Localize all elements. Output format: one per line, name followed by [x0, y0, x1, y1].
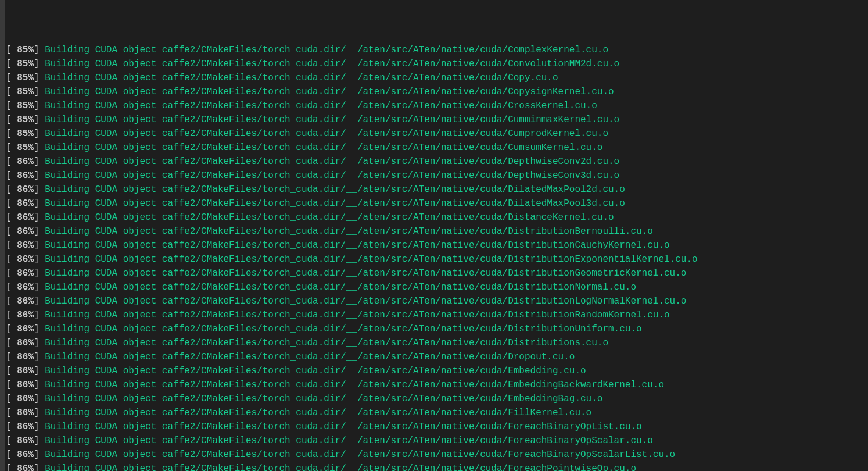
build-output-line: [ 86%] Building CUDA object caffe2/CMake…: [6, 266, 868, 280]
bracket-open: [: [6, 463, 17, 471]
build-action-prefix: Building CUDA object: [45, 129, 162, 139]
build-output-line: [ 86%] Building CUDA object caffe2/CMake…: [6, 280, 868, 294]
build-object-path: caffe2/CMakeFiles/torch_cuda.dir/__/aten…: [162, 254, 698, 265]
build-object-path: caffe2/CMakeFiles/torch_cuda.dir/__/aten…: [162, 449, 675, 460]
build-action-prefix: Building CUDA object: [45, 310, 162, 320]
bracket-open: [: [6, 436, 17, 446]
build-action-prefix: Building CUDA object: [45, 463, 162, 471]
build-action-prefix: Building CUDA object: [45, 380, 162, 390]
build-output-line: [ 86%] Building CUDA object caffe2/CMake…: [6, 238, 868, 252]
build-percent: 86%: [17, 422, 34, 432]
build-message: Building CUDA object caffe2/CMakeFiles/t…: [45, 408, 591, 418]
bracket-close: ]: [34, 59, 45, 69]
build-action-prefix: Building CUDA object: [45, 184, 162, 195]
build-percent: 86%: [17, 338, 34, 348]
build-object-path: caffe2/CMakeFiles/torch_cuda.dir/__/aten…: [162, 115, 619, 125]
build-percent: 86%: [17, 366, 34, 376]
build-object-path: caffe2/CMakeFiles/torch_cuda.dir/__/aten…: [162, 268, 687, 279]
bracket-close: ]: [34, 73, 45, 83]
build-output-line: [ 85%] Building CUDA object caffe2/CMake…: [6, 141, 868, 155]
build-percent: 86%: [17, 268, 34, 279]
build-action-prefix: Building CUDA object: [45, 198, 162, 209]
bracket-close: ]: [34, 87, 45, 97]
bracket-open: [: [6, 422, 17, 432]
build-message: Building CUDA object caffe2/CMakeFiles/t…: [45, 449, 675, 460]
bracket-open: [: [6, 254, 17, 265]
build-output-line: [ 85%] Building CUDA object caffe2/CMake…: [6, 71, 868, 85]
build-message: Building CUDA object caffe2/CMakeFiles/t…: [45, 366, 586, 376]
build-action-prefix: Building CUDA object: [45, 394, 162, 404]
terminal-output[interactable]: [ 85%] Building CUDA object caffe2/CMake…: [5, 0, 868, 471]
build-message: Building CUDA object caffe2/CMakeFiles/t…: [45, 170, 619, 181]
build-message: Building CUDA object caffe2/CMakeFiles/t…: [45, 324, 641, 334]
build-object-path: caffe2/CMakeFiles/torch_cuda.dir/__/aten…: [162, 59, 619, 69]
build-output-line: [ 86%] Building CUDA object caffe2/CMake…: [6, 210, 868, 224]
build-action-prefix: Building CUDA object: [45, 282, 162, 292]
build-action-prefix: Building CUDA object: [45, 422, 162, 432]
bracket-close: ]: [34, 170, 45, 181]
build-action-prefix: Building CUDA object: [45, 352, 162, 362]
build-message: Building CUDA object caffe2/CMakeFiles/t…: [45, 129, 608, 139]
build-percent: 86%: [17, 282, 34, 292]
build-percent: 86%: [17, 352, 34, 362]
bracket-close: ]: [34, 310, 45, 320]
build-action-prefix: Building CUDA object: [45, 87, 162, 97]
build-percent: 86%: [17, 324, 34, 334]
build-object-path: caffe2/CMakeFiles/torch_cuda.dir/__/aten…: [162, 380, 664, 390]
build-output-line: [ 86%] Building CUDA object caffe2/CMake…: [6, 378, 868, 392]
build-message: Building CUDA object caffe2/CMakeFiles/t…: [45, 156, 619, 167]
build-percent: 86%: [17, 254, 34, 265]
bracket-open: [: [6, 156, 17, 167]
build-percent: 86%: [17, 310, 34, 320]
build-action-prefix: Building CUDA object: [45, 115, 162, 125]
build-output-line: [ 86%] Building CUDA object caffe2/CMake…: [6, 462, 868, 471]
build-object-path: caffe2/CMakeFiles/torch_cuda.dir/__/aten…: [162, 45, 608, 55]
build-percent: 86%: [17, 408, 34, 418]
build-message: Building CUDA object caffe2/CMakeFiles/t…: [45, 268, 686, 279]
build-output-line: [ 86%] Building CUDA object caffe2/CMake…: [6, 420, 868, 434]
bracket-close: ]: [34, 184, 45, 195]
build-percent: 85%: [17, 129, 34, 139]
build-message: Building CUDA object caffe2/CMakeFiles/t…: [45, 380, 664, 390]
build-message: Building CUDA object caffe2/CMakeFiles/t…: [45, 226, 653, 237]
build-object-path: caffe2/CMakeFiles/torch_cuda.dir/__/aten…: [162, 352, 575, 362]
bracket-close: ]: [34, 324, 45, 334]
build-object-path: caffe2/CMakeFiles/torch_cuda.dir/__/aten…: [162, 366, 586, 376]
build-message: Building CUDA object caffe2/CMakeFiles/t…: [45, 394, 602, 404]
build-object-path: caffe2/CMakeFiles/torch_cuda.dir/__/aten…: [162, 436, 653, 446]
bracket-open: [: [6, 45, 17, 55]
bracket-close: ]: [34, 436, 45, 446]
bracket-close: ]: [34, 366, 45, 376]
bracket-close: ]: [34, 408, 45, 418]
build-message: Building CUDA object caffe2/CMakeFiles/t…: [45, 59, 619, 69]
bracket-open: [: [6, 310, 17, 320]
build-object-path: caffe2/CMakeFiles/torch_cuda.dir/__/aten…: [162, 101, 597, 111]
build-object-path: caffe2/CMakeFiles/torch_cuda.dir/__/aten…: [162, 226, 653, 237]
build-action-prefix: Building CUDA object: [45, 324, 162, 334]
bracket-close: ]: [34, 226, 45, 237]
bracket-open: [: [6, 449, 17, 460]
bracket-open: [: [6, 394, 17, 404]
build-output-line: [ 86%] Building CUDA object caffe2/CMake…: [6, 434, 868, 448]
bracket-close: ]: [34, 282, 45, 292]
build-output-line: [ 85%] Building CUDA object caffe2/CMake…: [6, 127, 868, 141]
bracket-open: [: [6, 142, 17, 153]
build-action-prefix: Building CUDA object: [45, 170, 162, 181]
build-object-path: caffe2/CMakeFiles/torch_cuda.dir/__/aten…: [162, 73, 558, 83]
build-object-path: caffe2/CMakeFiles/torch_cuda.dir/__/aten…: [162, 324, 642, 334]
build-percent: 86%: [17, 463, 34, 471]
build-output-line: [ 86%] Building CUDA object caffe2/CMake…: [6, 224, 868, 238]
bracket-open: [: [6, 226, 17, 237]
build-object-path: caffe2/CMakeFiles/torch_cuda.dir/__/aten…: [162, 184, 625, 195]
build-percent: 86%: [17, 198, 34, 209]
build-message: Building CUDA object caffe2/CMakeFiles/t…: [45, 422, 641, 432]
build-message: Building CUDA object caffe2/CMakeFiles/t…: [45, 436, 653, 446]
bracket-open: [: [6, 170, 17, 181]
build-message: Building CUDA object caffe2/CMakeFiles/t…: [45, 240, 669, 251]
build-message: Building CUDA object caffe2/CMakeFiles/t…: [45, 198, 625, 209]
build-action-prefix: Building CUDA object: [45, 156, 162, 167]
bracket-close: ]: [34, 268, 45, 279]
terminal-container: [ 85%] Building CUDA object caffe2/CMake…: [0, 0, 868, 471]
bracket-open: [: [6, 366, 17, 376]
scrollbar-track[interactable]: [0, 0, 5, 471]
